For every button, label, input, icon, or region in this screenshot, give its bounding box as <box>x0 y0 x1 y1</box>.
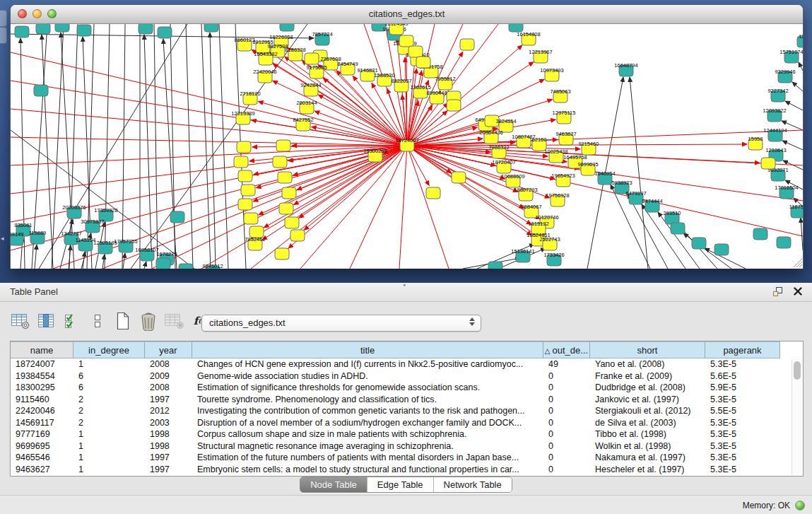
graph-node[interactable] <box>244 213 258 224</box>
graph-node[interactable] <box>238 170 252 182</box>
graph-node[interactable] <box>426 187 440 199</box>
graph-node[interactable] <box>460 39 474 50</box>
table-select-dropdown[interactable]: citations_edges.txt <box>201 315 481 332</box>
graph-node[interactable] <box>238 199 252 210</box>
table-cell: 0 <box>543 370 590 382</box>
graph-node[interactable] <box>452 172 466 183</box>
column-header-in-degree[interactable]: in_degree <box>73 341 145 358</box>
table-row[interactable]: 1830029562008Estimation of significance … <box>11 382 803 394</box>
network-window-titlebar[interactable]: citations_edges.txt <box>11 5 803 24</box>
delete-button[interactable] <box>139 311 158 331</box>
graph-edge-black <box>35 245 37 269</box>
graph-node-label: 16648794 <box>614 62 637 69</box>
panel-expand-arrow-icon[interactable]: ◂ <box>1 235 4 242</box>
graph-node[interactable] <box>77 25 91 36</box>
graph-node[interactable] <box>273 156 287 168</box>
table-row[interactable]: 946554611997Estimation of the future num… <box>11 452 803 464</box>
graph-node-label: 8990448 <box>426 90 447 96</box>
application-window: ◂ citations_edges.txt <box>0 0 812 514</box>
graph-node[interactable] <box>179 264 193 269</box>
graph-node[interactable] <box>447 100 461 111</box>
graph-edge-black <box>210 33 216 269</box>
graph-node[interactable] <box>237 141 251 153</box>
graph-edge-black <box>83 252 85 269</box>
graph-node[interactable] <box>280 24 294 31</box>
table-row[interactable]: 977716911998Corpus callosum shape and si… <box>11 428 803 440</box>
column-header-year[interactable]: year <box>145 341 192 358</box>
table-cell: Franke et al. (2009) <box>590 370 705 382</box>
select-all-button[interactable] <box>63 311 81 331</box>
graph-node[interactable] <box>234 156 248 168</box>
unselect-all-button[interactable] <box>88 311 107 331</box>
graph-node[interactable] <box>285 217 299 228</box>
graph-node[interactable] <box>692 238 706 249</box>
column-header-out-de[interactable]: △out_de... <box>543 341 590 358</box>
tab-node-table[interactable]: Node Table <box>300 477 367 492</box>
show-columns-button[interactable] <box>37 311 56 331</box>
collapsed-panel-grip[interactable] <box>0 10 7 27</box>
table-row[interactable]: 911546021997Tourette syndrome. Phenomeno… <box>11 394 803 406</box>
table-row[interactable]: 946362711997Embryonic stem cells: a mode… <box>11 464 803 476</box>
graph-node[interactable] <box>204 24 218 32</box>
float-window-icon[interactable] <box>772 286 784 297</box>
new-file-button[interactable] <box>114 311 132 331</box>
graph-node[interactable] <box>139 24 153 34</box>
column-header-short[interactable]: short <box>590 341 705 358</box>
table-vertical-scrollbar[interactable] <box>792 359 803 475</box>
panel-divider-handle[interactable]: ● <box>403 284 408 287</box>
graph-node[interactable] <box>279 203 293 214</box>
collapsed-panel-grip[interactable] <box>0 27 7 44</box>
graph-node[interactable] <box>305 53 319 64</box>
table-cell: 49 <box>543 358 590 370</box>
graph-node[interactable] <box>761 158 775 169</box>
graph-node[interactable] <box>290 230 305 241</box>
table-cell: 5.9E-5 <box>705 382 780 394</box>
graph-node[interactable] <box>36 24 50 34</box>
graph-node-label: 18720407 <box>492 159 515 165</box>
network-desktop: ◂ citations_edges.txt <box>0 0 812 283</box>
table-settings-button[interactable] <box>11 311 30 331</box>
graph-node[interactable] <box>34 85 48 96</box>
graph-node[interactable] <box>15 26 29 37</box>
delete-table-button[interactable] <box>165 311 184 331</box>
column-header-title[interactable]: title <box>192 341 543 358</box>
table-row[interactable]: 1872400712008Changes of HCN gene express… <box>11 358 803 370</box>
table-cell: 14569117 <box>11 417 73 429</box>
graph-node[interactable] <box>282 187 296 199</box>
graph-node[interactable] <box>408 46 423 57</box>
column-header-name[interactable]: name <box>11 341 73 358</box>
table-row[interactable]: 2242004622012Investigating the contribut… <box>11 405 803 417</box>
graph-node[interactable] <box>714 244 729 255</box>
graph-node[interactable] <box>278 172 292 183</box>
tab-edge-table[interactable]: Edge Table <box>367 477 434 492</box>
column-header-pagerank[interactable]: pagerank <box>705 341 780 358</box>
network-canvas[interactable]: 1872400716033809785722488130541921859620… <box>11 24 803 269</box>
close-icon[interactable] <box>792 286 804 297</box>
graph-node[interactable] <box>275 248 289 259</box>
table-cell: Dudbridge et al. (2008) <box>590 382 705 394</box>
scrollbar-thumb[interactable] <box>794 361 801 380</box>
table-cell: 1998 <box>145 440 192 452</box>
table-row[interactable]: 1938455462009Genome-wide association stu… <box>11 370 803 382</box>
graph-edge-red <box>294 146 407 204</box>
graph-node[interactable] <box>399 35 413 47</box>
tab-network-table[interactable]: Network Table <box>434 477 512 492</box>
graph-node[interactable] <box>55 24 69 32</box>
graph-node[interactable] <box>416 57 430 68</box>
graph-node[interactable] <box>276 140 290 151</box>
graph-node[interactable] <box>170 211 184 223</box>
graph-node[interactable] <box>777 237 791 248</box>
table-row[interactable]: 1456911722003Disruption of a novel membe… <box>11 417 803 429</box>
graph-node[interactable] <box>241 185 255 196</box>
graph-node[interactable] <box>671 223 685 234</box>
table-row[interactable]: 969969511998Structural magnetic resonanc… <box>11 440 803 452</box>
table-cell: Hescheler et al. (1997) <box>590 464 705 476</box>
resize-grip-icon[interactable] <box>794 259 802 267</box>
graph-edge-black <box>201 24 211 269</box>
table-select-value: citations_edges.txt <box>209 317 286 328</box>
graph-node[interactable] <box>753 228 767 240</box>
graph-node[interactable] <box>158 27 172 38</box>
graph-node[interactable] <box>156 258 170 269</box>
memory-status-indicator-icon[interactable] <box>795 501 805 510</box>
graph-node[interactable] <box>488 262 502 269</box>
